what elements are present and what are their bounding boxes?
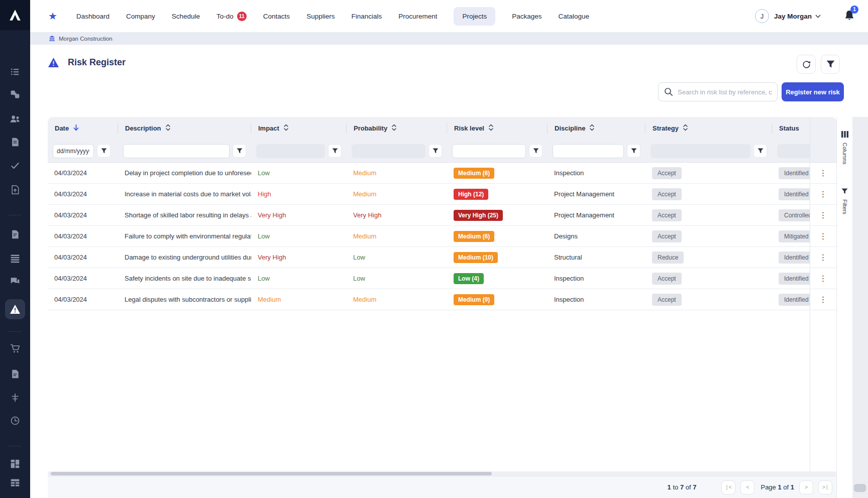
table-row[interactable]: 04/03/2024 Increase in material costs du… — [48, 184, 836, 205]
column-header-discipline[interactable]: Discipline — [548, 117, 645, 140]
breadcrumb-company[interactable]: Morgan Construction — [59, 36, 113, 42]
column-header-probability[interactable]: Probability — [347, 117, 447, 140]
strategy-filter-funnel-button[interactable] — [753, 144, 767, 158]
strategy-filter-select[interactable] — [650, 144, 750, 158]
search-input[interactable] — [658, 82, 778, 101]
sidebar-item-invoices[interactable] — [9, 368, 21, 380]
last-page-button[interactable]: >| — [818, 480, 832, 494]
table-row[interactable]: 04/03/2024 Damage to existing undergroun… — [48, 247, 836, 268]
sidebar-item-file-upload[interactable] — [9, 184, 21, 196]
column-header-date[interactable]: Date — [48, 117, 118, 140]
sidebar-item-contacts[interactable] — [9, 113, 21, 125]
status-filter-select[interactable] — [777, 144, 810, 158]
right-gutter — [852, 117, 868, 498]
favorite-star-icon[interactable]: ★ — [48, 11, 57, 21]
status-chip: Identified — [779, 188, 810, 200]
table-row[interactable]: 04/03/2024 Failure to comply with enviro… — [48, 226, 836, 247]
avatar[interactable]: J — [755, 9, 769, 23]
nav-contacts[interactable]: Contacts — [263, 13, 290, 20]
strategy-chip: Accept — [652, 273, 682, 285]
nav-company[interactable]: Company — [126, 13, 155, 20]
notifications-button[interactable]: 1 — [844, 10, 855, 23]
column-header-status[interactable]: Status — [772, 117, 810, 140]
filter-cell-discipline — [548, 144, 645, 158]
column-header-strategy[interactable]: Strategy — [645, 117, 772, 140]
nav-packages[interactable]: Packages — [512, 13, 541, 20]
horizontal-scrollbar-thumb[interactable] — [51, 472, 492, 475]
sort-icon — [489, 124, 493, 133]
cell-impact: Low — [251, 169, 347, 177]
row-menu-button[interactable]: ⋮ — [819, 232, 828, 240]
nav-todo[interactable]: To-do11 — [216, 12, 247, 21]
filter-panel-button[interactable] — [821, 55, 840, 74]
sidebar-item-rows[interactable] — [9, 253, 21, 265]
nav-schedule[interactable]: Schedule — [172, 13, 200, 20]
cell-probability: Medium — [347, 190, 447, 198]
sidebar-item-chat[interactable] — [9, 275, 21, 287]
prev-page-button[interactable]: < — [740, 480, 754, 494]
sidebar-item-adjustments[interactable] — [9, 392, 21, 404]
sidebar-item-workflow[interactable] — [9, 88, 21, 100]
nav-catalogue[interactable]: Catalogue — [559, 13, 590, 20]
app-logo[interactable] — [0, 0, 30, 30]
next-page-button[interactable]: > — [799, 480, 813, 494]
probability-filter-funnel-button[interactable] — [428, 144, 442, 158]
document-icon — [11, 137, 20, 147]
filters-funnel-icon — [841, 188, 848, 194]
table-row[interactable]: 04/03/2024 Safety incidents on site due … — [48, 268, 836, 289]
nav-financials[interactable]: Financials — [351, 13, 382, 20]
date-filter-funnel-button[interactable] — [97, 144, 111, 158]
table-empty-area — [48, 310, 836, 471]
discipline-filter-input[interactable] — [553, 144, 624, 158]
column-header-risk-level[interactable]: Risk level — [447, 117, 548, 140]
column-header-description[interactable]: Description — [118, 117, 251, 140]
probability-filter-select[interactable] — [352, 144, 425, 158]
register-new-risk-button[interactable]: Register new risk — [782, 82, 844, 101]
cell-description: Failure to comply with environmental reg… — [118, 232, 251, 240]
sidebar-item-risk-register[interactable] — [5, 299, 25, 319]
risk-level-filter-input[interactable] — [452, 144, 526, 158]
row-menu-button[interactable]: ⋮ — [819, 275, 828, 283]
sidebar-item-notes[interactable] — [9, 228, 21, 240]
strategy-chip: Accept — [652, 230, 682, 242]
row-menu-button[interactable]: ⋮ — [819, 190, 828, 198]
sidebar-item-tasks[interactable] — [9, 160, 21, 172]
discipline-filter-funnel-button[interactable] — [627, 144, 640, 158]
first-page-button[interactable]: |< — [721, 480, 735, 494]
row-menu-button[interactable]: ⋮ — [819, 296, 828, 304]
nav-projects[interactable]: Projects — [454, 7, 495, 26]
nav-suppliers[interactable]: Suppliers — [306, 13, 335, 20]
sidebar-item-procurement[interactable] — [9, 342, 21, 354]
impact-filter-select[interactable] — [256, 144, 325, 158]
table-row[interactable]: 04/03/2024 Shortage of skilled labor res… — [48, 205, 836, 226]
sidebar-item-table[interactable] — [9, 477, 21, 489]
table-row[interactable]: 04/03/2024 Legal disputes with subcontra… — [48, 289, 836, 310]
sidebar-item-documents[interactable] — [9, 136, 21, 148]
status-chip: Identified — [779, 252, 810, 264]
columns-tab[interactable]: Columns — [841, 131, 848, 164]
sidebar-item-time[interactable] — [9, 415, 21, 427]
row-menu-button[interactable]: ⋮ — [819, 169, 828, 177]
risk-level-badge: Medium (6) — [454, 168, 494, 179]
sidebar-item-dashboard[interactable] — [9, 458, 21, 470]
nav-procurement[interactable]: Procurement — [398, 13, 437, 20]
impact-filter-funnel-button[interactable] — [328, 144, 342, 158]
filters-tab[interactable]: Filters — [841, 188, 848, 214]
sidebar-item-list[interactable] — [9, 66, 21, 78]
cell-impact: Low — [251, 232, 347, 240]
row-menu-button[interactable]: ⋮ — [819, 211, 828, 219]
user-name[interactable]: Jay Morgan — [774, 13, 812, 20]
description-filter-funnel-button[interactable] — [233, 144, 246, 158]
vertical-scrollbar-thumb[interactable] — [854, 484, 866, 492]
cell-status: Controlled — [772, 209, 810, 221]
refresh-button[interactable] — [797, 55, 816, 74]
risk-table: Date Description Impact Probability Risk… — [48, 117, 836, 498]
row-menu-button[interactable]: ⋮ — [819, 254, 828, 262]
nav-dashboard[interactable]: Dashboard — [76, 13, 110, 20]
user-menu[interactable]: J Jay Morgan 1 — [755, 9, 855, 23]
column-header-impact[interactable]: Impact — [251, 117, 347, 140]
description-filter-input[interactable] — [123, 144, 230, 158]
date-filter-input[interactable]: dd/mm/yyyy — [53, 144, 94, 158]
risk-level-filter-funnel-button[interactable] — [529, 144, 542, 158]
table-row[interactable]: 04/03/2024 Delay in project completion d… — [48, 163, 836, 184]
